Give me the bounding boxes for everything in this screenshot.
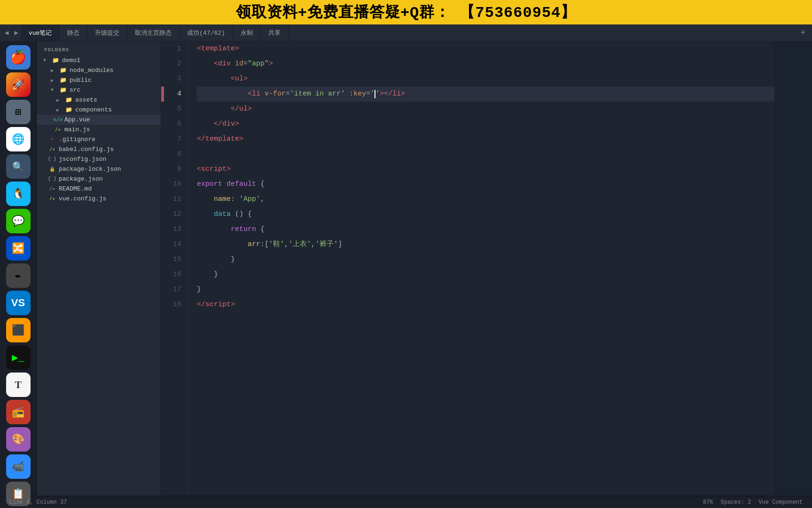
token-tag: li (392, 87, 401, 102)
code-line-11[interactable]: name: 'App', (197, 192, 774, 207)
code-line-3[interactable]: <ul> (197, 71, 774, 87)
code-line-2[interactable]: <div id="app"> (197, 56, 774, 71)
line-number-11: 11 (173, 192, 181, 207)
code-line-6[interactable]: </div> (197, 117, 774, 132)
token-white (197, 117, 214, 132)
token-white: , (311, 237, 315, 252)
tab-cancel-home[interactable]: 取消主页静态 (127, 24, 180, 41)
token-keyword: export (197, 177, 222, 192)
sidebar-item-main-js[interactable]: /∗ main.js (37, 125, 161, 135)
tab-success[interactable]: 成功(47/62) (180, 24, 233, 41)
dock-red[interactable]: 📻 (6, 400, 31, 424)
line-number-12: 12 (173, 207, 181, 222)
code-line-1[interactable]: <template> (197, 41, 774, 56)
tab-nav-next[interactable]: ▶ (11, 24, 21, 41)
sidebar-label-package-lock: package-lock.json (59, 166, 121, 173)
tab-upgrade[interactable]: 升级提交 (87, 24, 127, 41)
token-white: :[ (260, 237, 269, 252)
code-line-5[interactable]: </ul> (197, 102, 774, 117)
code-line-10[interactable]: export default { (197, 177, 774, 192)
token-string: ' (370, 87, 375, 102)
status-file-type: Vue Component (755, 499, 806, 506)
sidebar-item-jsconfig[interactable]: { } jsconfig.json (37, 154, 161, 164)
tab-nav-prev[interactable]: ◀ (2, 24, 11, 41)
dock-qq[interactable]: 🐧 (6, 182, 31, 206)
sidebar-item-node-modules[interactable]: ▶ 📁 node_modules (37, 65, 161, 75)
dock-terminal[interactable]: ▶_ (6, 345, 31, 370)
sidebar-item-babel[interactable]: /∗ babel.config.js (37, 144, 161, 154)
dock-spotlight[interactable]: 🔍 (6, 154, 31, 179)
dock-zoom[interactable]: 📹 (6, 454, 31, 479)
sidebar-label-assets: assets (75, 96, 97, 103)
dock-chrome[interactable]: 🌐 (6, 127, 31, 151)
dock-launchpad[interactable]: 🚀 (6, 72, 31, 97)
sidebar-item-components[interactable]: ▶ 📁 components (37, 105, 161, 115)
sidebar-item-gitignore[interactable]: • .gitignore (37, 135, 161, 144)
sidebar-label-demo1: demo1 (62, 57, 80, 64)
token-tag: </ (197, 132, 205, 147)
code-line-4[interactable]: <li v-for='item in arr' :key=''></li> (197, 87, 774, 102)
token-keyword: return (231, 222, 256, 237)
dock-color[interactable]: 🎨 (6, 427, 31, 452)
folder-icon-nm: 📁 (59, 67, 67, 74)
token-white (197, 102, 231, 117)
sidebar-label-jsconfig: jsconfig.json (59, 156, 106, 163)
sidebar-item-vue-config[interactable]: /∗ vue.config.js (37, 194, 161, 204)
sidebar-label-components: components (75, 106, 112, 113)
sidebar-item-src[interactable]: ▼ 📁 src (37, 85, 161, 95)
tab-vue-notes[interactable]: vue笔记 (21, 24, 60, 41)
dock-finder[interactable]: 🍎 (6, 45, 31, 70)
code-line-18[interactable]: </script> (197, 297, 774, 312)
token-white: } (197, 282, 201, 297)
status-bar: Line 4, Column 37 87% Spaces: 2 Vue Comp… (0, 496, 812, 508)
sidebar-item-app-vue[interactable]: </> App.vue (37, 115, 161, 125)
tab-static[interactable]: 静态 (60, 24, 87, 41)
js-file-icon: /∗ (54, 127, 62, 133)
code-lines[interactable]: <template> <div id="app"> <ul> <li v-for… (187, 41, 774, 496)
code-line-7[interactable]: </template> (197, 132, 774, 147)
dock-typora[interactable]: T (6, 373, 31, 397)
dock-pen[interactable]: ✒️ (6, 263, 31, 288)
sidebar-label-public: public (70, 77, 92, 84)
line-number-6: 6 (177, 117, 181, 132)
sidebar-item-package-lock[interactable]: 🔒 package-lock.json (37, 164, 161, 174)
code-line-8[interactable] (197, 147, 774, 162)
tab-add-button[interactable]: + (796, 28, 810, 38)
code-line-15[interactable]: } (197, 252, 774, 267)
dock-wechat[interactable]: 💬 (6, 209, 31, 233)
sidebar-item-package[interactable]: { } package.json (37, 174, 161, 184)
code-editor[interactable]: 123456789101112131415161718 <template> <… (161, 41, 812, 496)
token-yellow: arr (248, 237, 260, 252)
tab-share[interactable]: 共享 (261, 24, 289, 41)
token-attr: :key (349, 87, 366, 102)
code-line-17[interactable]: } (197, 282, 774, 297)
dock-apps[interactable]: ⊞ (6, 100, 31, 124)
tab-forever[interactable]: 永制 (233, 24, 261, 41)
token-string: '裤子' (315, 237, 338, 252)
token-string: "app" (248, 56, 269, 71)
sidebar-item-assets[interactable]: ▶ 📁 assets (37, 95, 161, 105)
token-attr: v-for (265, 87, 286, 102)
gutter-line-4 (161, 87, 164, 102)
token-attr: id (235, 56, 243, 71)
dock-sourcetree[interactable]: 🔀 (6, 236, 31, 261)
code-line-12[interactable]: data () { (197, 207, 774, 222)
json-file-icon-pkg: { } (48, 176, 56, 183)
code-line-13[interactable]: return { (197, 222, 774, 237)
sidebar-label-vue-config: vue.config.js (59, 195, 106, 202)
token-tag: </ (214, 117, 222, 132)
code-line-16[interactable]: } (197, 267, 774, 282)
code-line-14[interactable]: arr:['鞋','上衣','裤子'] (197, 237, 774, 252)
token-tag: > (401, 87, 405, 102)
sidebar-item-readme[interactable]: /∗ README.md (37, 184, 161, 194)
dock-sublime[interactable]: ⬛ (6, 318, 31, 342)
token-white (222, 177, 226, 192)
sidebar-item-public[interactable]: ▶ 📁 public (37, 75, 161, 85)
status-zoom: 87% (699, 499, 717, 506)
sidebar-label-src: src (70, 87, 80, 94)
code-line-9[interactable]: <script> (197, 162, 774, 177)
dock-vscode[interactable]: VS (6, 291, 31, 315)
sidebar-item-demo1[interactable]: ▼ 📁 demo1 (37, 56, 161, 65)
token-tag: li (252, 87, 260, 102)
lock-file-icon: 🔒 (48, 166, 56, 173)
